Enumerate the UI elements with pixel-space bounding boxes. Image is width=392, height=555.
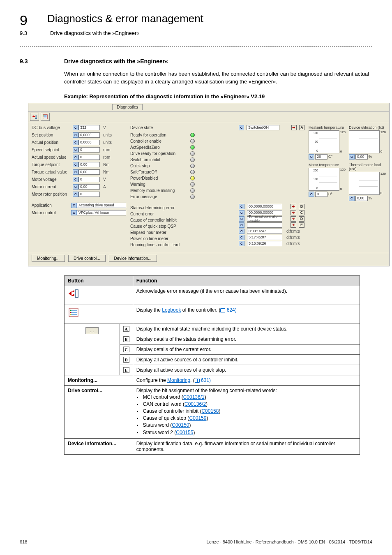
letter-E[interactable]: E xyxy=(299,222,304,228)
param-value: Actuating drive speed xyxy=(77,203,126,208)
param-value: VFCplus: V/f linear xyxy=(77,210,126,215)
section-number: 9.3 xyxy=(20,58,44,65)
logbook-icon xyxy=(68,307,79,318)
desc-B: Display details of the status determinin… xyxy=(133,334,360,344)
tab-diagnostics[interactable]: Diagnostics xyxy=(112,104,143,110)
gauge-title: Device utilisation (Ixt) xyxy=(349,125,386,130)
param-value: 0,00 xyxy=(78,184,100,190)
c-badge: C xyxy=(239,125,244,130)
param-row: Motor currentC0,00A xyxy=(32,184,126,190)
acknowledge-icon xyxy=(68,288,79,299)
status-row: Switch-on inhibit xyxy=(130,157,235,163)
goto-icon[interactable]: ➜ xyxy=(291,216,296,222)
logbook-page[interactable]: 624) xyxy=(225,307,236,313)
status-led-icon xyxy=(190,133,195,137)
goto-icon[interactable]: ➜ xyxy=(291,125,297,130)
code-link[interactable]: C00136/1 xyxy=(183,394,205,400)
device-state-row: Device state xyxy=(130,125,235,131)
code-link[interactable]: C00155 xyxy=(176,430,193,435)
devinfo-desc: Display identification data, e.g. firmwa… xyxy=(133,438,360,454)
param-value: 0 xyxy=(78,192,100,197)
param-label: Motor rotor position xyxy=(32,192,71,197)
gauge-graphic: 100500 xyxy=(309,130,339,153)
param-row: Actual positionC0,0000units xyxy=(32,139,126,146)
info-row: Cause of controller inhibit xyxy=(130,217,235,223)
param-value: 0,00 xyxy=(78,162,100,167)
code-link[interactable]: C00150 xyxy=(172,422,189,428)
subheader: 9.3 Drive diagnostics with the »Engineer… xyxy=(20,30,372,36)
chapter-title: Diagnostics & error management xyxy=(47,12,203,25)
status-label: Error message xyxy=(130,194,188,199)
param-value: 0 xyxy=(78,155,100,160)
goto-icon[interactable]: ➜ xyxy=(291,222,296,228)
info-label: Current error xyxy=(130,212,188,216)
svg-rect-8 xyxy=(75,290,78,297)
engineer-screenshot: Diagnostics DC-bus voltageC332VSet posit… xyxy=(28,103,390,266)
code-link[interactable]: C00136/2 xyxy=(184,401,206,407)
book-icon xyxy=(220,308,225,312)
c-badge: C xyxy=(71,203,77,208)
status-led-icon xyxy=(190,182,195,187)
status-led-icon xyxy=(190,164,195,168)
engineer-button[interactable]: Monitoring... xyxy=(32,255,65,262)
gauge-title: Heatsink temperature xyxy=(309,125,346,130)
param-unit: rpm xyxy=(103,148,110,152)
status-led-icon xyxy=(190,188,195,193)
acknowledge-icon[interactable] xyxy=(30,113,39,121)
info-value-row: CTerminal controller enable➜D xyxy=(239,216,304,222)
status-row: Memory module missing xyxy=(130,187,235,194)
dots-button[interactable]: … xyxy=(85,327,99,334)
letter-A[interactable]: A xyxy=(299,125,304,130)
monitoring-label: Monitoring... xyxy=(65,375,133,385)
letter-B-box: B xyxy=(123,336,129,342)
cell-letter-D: D xyxy=(120,354,133,365)
mid-column: Device state Ready for operationControll… xyxy=(130,125,235,248)
goto-icon[interactable]: ➜ xyxy=(291,210,296,215)
logbook-button-cell xyxy=(65,305,133,324)
monitoring-link[interactable]: Monitoring xyxy=(167,377,190,383)
desc-A: Display the internal state machine inclu… xyxy=(133,324,360,334)
subheader-title: Drive diagnostics with the »Engineer« xyxy=(50,30,140,36)
letter-B[interactable]: B xyxy=(299,204,304,209)
letter-C[interactable]: C xyxy=(299,210,304,215)
info-value-row: C5:15:09:26d:h:m:s xyxy=(239,240,304,247)
param-row: Torque actual valueC0,00Nm xyxy=(32,169,126,175)
info-value-row: C--➜E xyxy=(239,222,304,228)
info-row: Status-determining error xyxy=(130,205,235,211)
engineer-button[interactable]: Device information... xyxy=(109,255,157,262)
letter-D[interactable]: D xyxy=(299,216,304,222)
device-state-value: SwitchedON xyxy=(247,125,279,130)
logbook-icon[interactable] xyxy=(41,113,50,121)
drive-intro: Display the bit assignment of the follow… xyxy=(136,388,356,393)
gauge: Heatsink temperature 100500 1200 C26C° xyxy=(309,125,346,160)
c-badge: C xyxy=(239,241,244,246)
left-column: DC-bus voltageC332VSet positionC0,0000un… xyxy=(32,125,126,248)
param-label: Speed setpoint xyxy=(32,148,71,152)
info-label: Status-determining error xyxy=(130,206,188,210)
engineer-button[interactable]: Drive control... xyxy=(68,255,105,262)
code-link[interactable]: C00158 xyxy=(201,408,219,414)
logbook-link[interactable]: Logbook xyxy=(162,307,181,313)
chapter-number: 9 xyxy=(20,12,28,28)
param-value: 0 xyxy=(78,177,100,182)
param-label: Torque actual value xyxy=(32,170,71,174)
chapter-header: 9 Diagnostics & error management xyxy=(20,12,372,28)
svg-point-13 xyxy=(70,310,71,311)
goto-icon[interactable]: ➜ xyxy=(291,204,296,209)
th-function: Function xyxy=(133,275,360,286)
gauge-unit: C° xyxy=(328,192,332,196)
monitoring-page[interactable]: 631) xyxy=(200,377,211,383)
c-badge: C xyxy=(73,132,78,138)
param-value: 0,0000 xyxy=(78,140,100,145)
info-row: Current error xyxy=(130,211,235,217)
param-label: Motor current xyxy=(32,185,71,189)
desc-D: Display all active sources of a controll… xyxy=(133,354,360,365)
code-link[interactable]: C00159 xyxy=(189,415,206,421)
dots-button-cell: … xyxy=(65,324,120,375)
param-row: DC-bus voltageC332V xyxy=(32,125,126,131)
tab-bar: Diagnostics xyxy=(28,103,389,111)
param-row: Set positionC0,0000units xyxy=(32,132,126,138)
status-led-icon xyxy=(190,139,195,143)
logbook-desc: Display the Logbook of the controller. (… xyxy=(133,305,360,324)
info-row: Power-on time meter xyxy=(130,236,235,242)
